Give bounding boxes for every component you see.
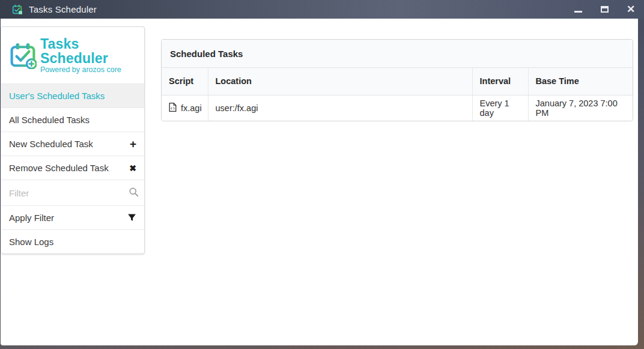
sidebar-item-label: User's Scheduled Tasks (9, 91, 105, 101)
sidebar-item-label: All Scheduled Tasks (9, 115, 90, 125)
logo-calendar-icon (9, 41, 37, 69)
close-icon: ✕ (627, 4, 635, 14)
funnel-icon (127, 213, 136, 222)
window-title: Tasks Scheduler (29, 4, 97, 14)
sidebar-item-remove-scheduled-task[interactable]: Remove Scheduled Task ✖ (1, 156, 144, 180)
logo-title: Tasks Scheduler (40, 37, 137, 65)
sidebar-menu-bottom: Apply Filter Show Logs (1, 205, 144, 253)
cell-interval: Every 1 day (472, 95, 528, 121)
window-controls: ✕ (565, 0, 644, 19)
sidebar-item-apply-filter[interactable]: Apply Filter (1, 205, 144, 229)
sidebar: Tasks Scheduler Powered by arozos core U… (1, 26, 145, 254)
app-logo: Tasks Scheduler Powered by arozos core (1, 27, 144, 83)
logo-text: Tasks Scheduler Powered by arozos core (40, 37, 137, 74)
filter-field-row (1, 180, 144, 205)
maximize-icon (601, 6, 609, 13)
cell-script: fx.agi (162, 95, 208, 121)
script-name: fx.agi (181, 103, 202, 113)
plus-icon: + (130, 138, 136, 150)
maximize-button[interactable] (591, 0, 618, 19)
file-code-icon (169, 102, 177, 114)
minimize-button[interactable] (565, 0, 591, 19)
app-calendar-icon (12, 4, 22, 14)
filter-input[interactable] (9, 188, 129, 198)
scheduled-tasks-table: Script Location Interval Base Time (162, 68, 633, 121)
column-header-script: Script (162, 68, 208, 95)
close-button[interactable]: ✕ (618, 0, 644, 19)
sidebar-item-label: Remove Scheduled Task (9, 163, 109, 173)
sidebar-item-label: New Scheduled Task (9, 139, 93, 149)
sidebar-item-user-scheduled-tasks[interactable]: User's Scheduled Tasks (1, 83, 144, 108)
titlebar[interactable]: Tasks Scheduler ✕ (0, 0, 644, 19)
search-icon (129, 187, 139, 199)
app-body: Tasks Scheduler Powered by arozos core U… (1, 19, 638, 345)
column-header-base-time: Base Time (528, 68, 633, 95)
cell-base-time: January 7, 2023 7:00 PM (528, 95, 633, 121)
table-header-row: Script Location Interval Base Time (162, 68, 633, 95)
logo-subtitle: Powered by arozos core (40, 66, 137, 74)
sidebar-item-label: Apply Filter (9, 213, 54, 223)
sidebar-item-show-logs[interactable]: Show Logs (1, 229, 144, 253)
minimize-icon (574, 11, 582, 13)
sidebar-menu: User's Scheduled Tasks All Scheduled Tas… (1, 83, 144, 180)
column-header-interval: Interval (472, 68, 528, 95)
x-icon: ✖ (129, 164, 136, 172)
scheduled-tasks-panel: Scheduled Tasks Script Location Interval… (161, 39, 633, 121)
table-row[interactable]: fx.agi user:/fx.agi Every 1 day January … (162, 95, 633, 121)
panel-title: Scheduled Tasks (162, 40, 633, 68)
sidebar-item-all-scheduled-tasks[interactable]: All Scheduled Tasks (1, 108, 144, 132)
sidebar-item-new-scheduled-task[interactable]: New Scheduled Task + (1, 132, 144, 156)
column-header-location: Location (208, 68, 472, 95)
cell-location: user:/fx.agi (208, 95, 472, 121)
sidebar-item-label: Show Logs (9, 237, 53, 247)
